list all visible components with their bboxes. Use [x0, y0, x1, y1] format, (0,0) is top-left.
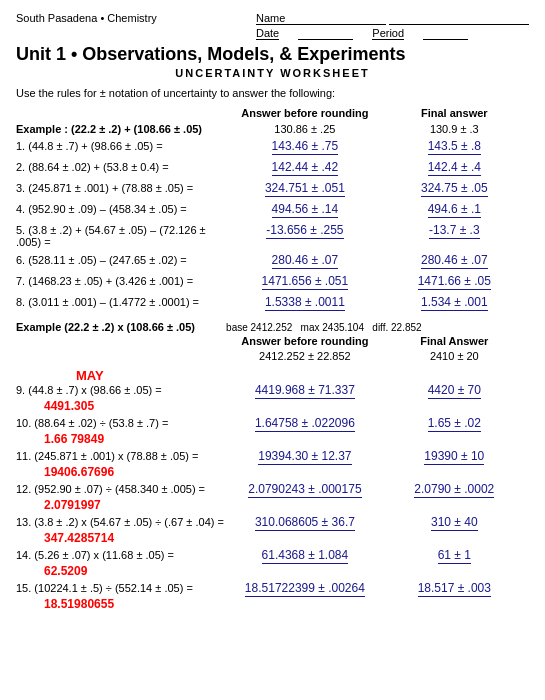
problem-4-text: 4. (952.90 ± .09) – (458.34 ± .05) = [16, 203, 230, 215]
problem-row-6: 6. (528.11 ± .05) – (247.65 ± .02) = 280… [16, 253, 529, 269]
problem-row-15: 15. (10224.1 ± .5) ÷ (552.14 ± .05) = 18… [16, 581, 529, 611]
date-period-line: Date Period [256, 27, 529, 40]
period-label: Period [372, 27, 404, 40]
problem-8-text: 8. (3.011 ± .001) – (1.4772 ± .0001) = [16, 296, 230, 308]
problem-1-final: 143.5 ± .8 [380, 139, 529, 155]
problem-row-7: 7. (1468.23 ± .05) + (3.426 ± .001) = 14… [16, 274, 529, 290]
problem-row-4: 4. (952.90 ± .09) – (458.34 ± .05) = 494… [16, 202, 529, 218]
example2-final-val: 2410 ± 20 [380, 350, 529, 362]
col-before-header: Answer before rounding [230, 107, 379, 119]
problem-5-text: 5. (3.8 ± .2) + (54.67 ± .05) – (72.126 … [16, 224, 230, 248]
example1-final: 130.9 ± .3 [380, 123, 529, 135]
problem-3-text: 3. (245.871 ± .001) + (78.88 ± .05) = [16, 182, 230, 194]
problem-8-before: 1.5338 ± .0011 [230, 295, 379, 311]
col-final-header: Final answer [380, 107, 529, 119]
p12-final: 2.0790 ± .0002 [380, 482, 529, 498]
p9-before: 4419.968 ± 71.337 [230, 383, 379, 399]
p12-calc: 2.0791997 [44, 498, 101, 512]
example1-row: Example : (22.2 ± .2) + (108.66 ± .05) 1… [16, 123, 529, 135]
instructions: Use the rules for ± notation of uncertai… [16, 87, 529, 99]
p14-final: 61 ± 1 [380, 548, 529, 564]
problem-4-before: 494.56 ± .14 [230, 202, 379, 218]
problem-3-final: 324.75 ± .05 [380, 181, 529, 197]
problem-row-11: 11. (245.871 ± .001) x (78.88 ± .05) = 1… [16, 449, 529, 479]
problem-1-before: 143.46 ± .75 [230, 139, 379, 155]
example2-final-label: Final Answer [380, 335, 529, 347]
problem-row-8: 8. (3.011 ± .001) – (1.4772 ± .0001) = 1… [16, 295, 529, 311]
problem-5-final: -13.7 ± .3 [380, 223, 529, 239]
p10-final: 1.65 ± .02 [380, 416, 529, 432]
p11-final: 19390 ± 10 [380, 449, 529, 465]
name-label: Name [256, 12, 386, 25]
problem-3-before: 324.751 ± .051 [230, 181, 379, 197]
problem-6-final: 280.46 ± .07 [380, 253, 529, 269]
problem-row-12: 12. (952.90 ± .07) ÷ (458.340 ± .005) = … [16, 482, 529, 512]
problem-row-10: 10. (88.64 ± .02) ÷ (53.8 ± .7) = 1.6475… [16, 416, 529, 446]
p13-before: 310.068605 ± 36.7 [230, 515, 379, 531]
p15-before: 18.51722399 ± .00264 [230, 581, 379, 597]
date-label: Date [256, 27, 279, 40]
problem-6-before: 280.46 ± .07 [230, 253, 379, 269]
problem-row-13: 13. (3.8 ± .2) x (54.67 ± .05) ÷ (.67 ± … [16, 515, 529, 545]
problem-4-final: 494.6 ± .1 [380, 202, 529, 218]
p14-before: 61.4368 ± 1.084 [230, 548, 379, 564]
worksheet-title: UNCERTAINTY WORKSHEET [16, 67, 529, 79]
header: South Pasadena • Chemistry Name Date Per… [16, 12, 529, 40]
problem-7-final: 1471.66 ± .05 [380, 274, 529, 290]
example2-col-headers: Answer before rounding Final Answer [16, 335, 529, 347]
problem-2-final: 142.4 ± .4 [380, 160, 529, 176]
col-problem-header [16, 107, 230, 119]
p10-calc: 1.66 79849 [44, 432, 104, 446]
p12-before: 2.0790243 ± .000175 [230, 482, 379, 498]
p11-before: 19394.30 ± 12.37 [230, 449, 379, 465]
problem-2-before: 142.44 ± .42 [230, 160, 379, 176]
name-line: Name [256, 12, 529, 25]
problem-row-2: 2. (88.64 ± .02) + (53.8 ± 0.4) = 142.44… [16, 160, 529, 176]
p13-final: 310 ± 40 [380, 515, 529, 531]
example2-base-max-diff: base 2412.252 max 2435.104 diff. 22.852 [226, 322, 529, 333]
problem-8-final: 1.534 ± .001 [380, 295, 529, 311]
p9-final: 4420 ± 70 [380, 383, 529, 399]
p9-calc: 4491.305 [44, 399, 94, 413]
problems-section: 1. (44.8 ± .7) + (98.66 ± .05) = 143.46 … [16, 139, 529, 311]
school-name: South Pasadena • Chemistry [16, 12, 157, 40]
name-date-area: Name Date Period [256, 12, 529, 40]
problem-row-3: 3. (245.871 ± .001) + (78.88 ± .05) = 32… [16, 181, 529, 197]
may-label: MAY [76, 368, 529, 383]
p11-calc: 19406.67696 [44, 465, 114, 479]
problem-5-before: -13.656 ± .255 [230, 223, 379, 239]
problems2-section: 9. (44.8 ± .7) x (98.66 ± .05) = 4419.96… [16, 383, 529, 611]
problem-row-14: 14. (5.26 ± .07) x (11.68 ± .05) = 61.43… [16, 548, 529, 578]
example1-before: 130.86 ± .25 [230, 123, 379, 135]
p15-calc: 18.51980655 [44, 597, 114, 611]
problem-row-1: 1. (44.8 ± .7) + (98.66 ± .05) = 143.46 … [16, 139, 529, 155]
example2-problem: Example (22.2 ± .2) x (108.66 ± .05) [16, 321, 226, 333]
problem-7-text: 7. (1468.23 ± .05) + (3.426 ± .001) = [16, 275, 230, 287]
column-headers: Answer before rounding Final answer [16, 107, 529, 119]
problem-row-5: 5. (3.8 ± .2) + (54.67 ± .05) – (72.126 … [16, 223, 529, 248]
example1-problem: Example : (22.2 ± .2) + (108.66 ± .05) [16, 123, 230, 135]
problem-1-text: 1. (44.8 ± .7) + (98.66 ± .05) = [16, 140, 230, 152]
p15-final: 18.517 ± .003 [380, 581, 529, 597]
problem-row-9: 9. (44.8 ± .7) x (98.66 ± .05) = 4419.96… [16, 383, 529, 413]
example2-row: Example (22.2 ± .2) x (108.66 ± .05) bas… [16, 321, 529, 333]
problem-7-before: 1471.656 ± .051 [230, 274, 379, 290]
unit-title: Unit 1 • Observations, Models, & Experim… [16, 44, 529, 65]
example2-before-val: 2412.252 ± 22.852 [230, 350, 379, 362]
p14-calc: 62.5209 [44, 564, 87, 578]
example2-answers: 2412.252 ± 22.852 2410 ± 20 [16, 350, 529, 362]
problem-6-text: 6. (528.11 ± .05) – (247.65 ± .02) = [16, 254, 230, 266]
example2-before-label: Answer before rounding [230, 335, 379, 347]
problem-2-text: 2. (88.64 ± .02) + (53.8 ± 0.4) = [16, 161, 230, 173]
p13-calc: 347.4285714 [44, 531, 114, 545]
may-container: MAY [76, 368, 529, 383]
p10-before: 1.64758 ± .022096 [230, 416, 379, 432]
